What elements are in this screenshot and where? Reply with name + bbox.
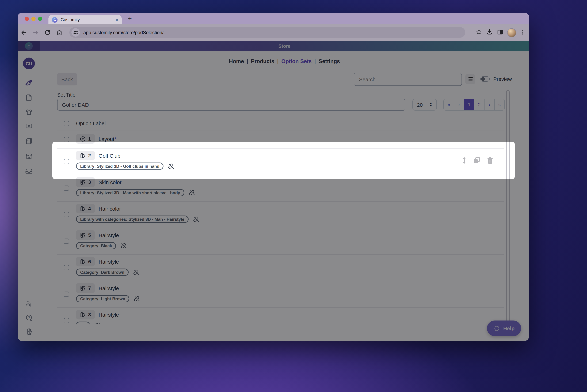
page-viewport: C Store CU: [18, 41, 529, 341]
page-size-select[interactable]: 20 ▲▼: [412, 99, 437, 110]
page-button-2[interactable]: 2: [474, 99, 484, 110]
menu-dots-icon[interactable]: [520, 29, 526, 36]
row-checkbox[interactable]: [64, 212, 69, 217]
nav-separator: |: [244, 58, 251, 64]
pagination: «‹12›»: [443, 99, 505, 110]
pages-icon[interactable]: [25, 138, 33, 145]
site-settings-icon[interactable]: [71, 28, 80, 36]
row-checkbox[interactable]: [64, 159, 69, 164]
back-button[interactable]: Back: [57, 73, 77, 86]
unlink-icon[interactable]: [193, 216, 200, 222]
page-button-«[interactable]: «: [444, 99, 454, 110]
unlink-icon[interactable]: [189, 189, 195, 196]
reload-icon[interactable]: [41, 29, 53, 36]
table-header: Option Label: [57, 118, 504, 130]
set-title-input[interactable]: [57, 99, 405, 110]
search-input[interactable]: [354, 73, 462, 86]
nav-separator: |: [274, 58, 281, 64]
option-label-header: Option Label: [76, 120, 106, 126]
download-icon[interactable]: [486, 28, 493, 37]
bookmark-star-icon[interactable]: [476, 28, 483, 37]
page-button-›[interactable]: ›: [484, 99, 494, 110]
select-caret-icon: ▲▼: [430, 102, 432, 107]
unlink-icon[interactable]: [94, 322, 101, 324]
unlink-icon[interactable]: [134, 296, 141, 302]
option-table: Option Label 1Layout*2Golf ClubLibrary: …: [57, 118, 504, 324]
home-icon[interactable]: [53, 29, 65, 36]
table-row: 7HairstyleCategory: Light Brown: [57, 281, 504, 307]
close-tab-icon[interactable]: ×: [115, 17, 118, 22]
option-title: Hair color: [99, 206, 121, 212]
option-number-chip: 6: [76, 257, 95, 266]
rocket-icon[interactable]: [25, 79, 33, 87]
minimize-window-button[interactable]: [31, 17, 35, 21]
option-number: 6: [88, 259, 91, 264]
unlink-icon[interactable]: [168, 163, 175, 170]
option-source-badge: Category: Light Brown: [76, 295, 129, 302]
nav-link-settings[interactable]: Settings: [319, 58, 340, 64]
browser-tab[interactable]: C Customily ×: [48, 15, 122, 24]
required-asterisk: *: [114, 136, 116, 142]
help-bubble-icon[interactable]: ?: [25, 314, 33, 322]
close-window-button[interactable]: [25, 17, 29, 21]
table-row: 5HairstyleCategory: Black: [57, 228, 504, 254]
chat-bubble-icon: [493, 325, 500, 332]
reorder-icon[interactable]: [462, 157, 467, 164]
unlink-icon[interactable]: [133, 269, 140, 276]
page-button-1[interactable]: 1: [464, 99, 474, 110]
row-checkbox[interactable]: [64, 238, 69, 244]
profile-avatar[interactable]: [507, 28, 516, 37]
app-logo: C: [18, 41, 40, 51]
option-number: 2: [88, 153, 91, 158]
sidebar: CU: [18, 51, 40, 341]
url-bar[interactable]: app.customily.com/store/podSelection/: [69, 27, 465, 38]
browser-toolbar: app.customily.com/store/podSelection/: [18, 24, 529, 41]
row-checkbox[interactable]: [64, 318, 69, 323]
swatch-icon: [80, 285, 86, 291]
row-checkbox[interactable]: [64, 137, 69, 142]
unlink-icon[interactable]: [121, 242, 127, 249]
main-nav: Home|Products|Option Sets|Settings: [40, 58, 529, 64]
option-title: Hairstyle: [99, 312, 119, 318]
delete-icon[interactable]: [487, 157, 493, 164]
page-button-»[interactable]: »: [494, 99, 504, 110]
list-view-button[interactable]: [465, 74, 475, 84]
duplicate-icon[interactable]: [473, 157, 480, 164]
row-checkbox[interactable]: [64, 265, 69, 270]
maximize-window-button[interactable]: [38, 17, 42, 21]
toolbar-right: [476, 24, 526, 41]
nav-link-home[interactable]: Home: [229, 58, 244, 64]
help-button[interactable]: Help: [487, 320, 521, 336]
file-icon[interactable]: [25, 94, 33, 102]
logout-icon[interactable]: [25, 328, 33, 336]
store-icon[interactable]: [25, 152, 33, 160]
row-checkbox[interactable]: [64, 292, 69, 297]
side-panel-icon[interactable]: [497, 28, 504, 37]
account-settings-icon[interactable]: [25, 300, 33, 308]
forward-icon[interactable]: [30, 29, 41, 36]
page-scrollbar[interactable]: [506, 90, 510, 324]
swatch-icon: [80, 258, 86, 264]
sidebar-divider: [19, 75, 37, 75]
preview-toggle[interactable]: [480, 76, 490, 82]
nav-link-option-sets[interactable]: Option Sets: [281, 58, 312, 64]
help-label: Help: [503, 326, 515, 331]
nav-link-products[interactable]: Products: [251, 58, 274, 64]
inbox-icon[interactable]: [25, 167, 33, 175]
back-icon[interactable]: [18, 29, 30, 36]
new-tab-button[interactable]: +: [128, 15, 132, 22]
design-monitor-icon[interactable]: [25, 123, 33, 130]
shirt-icon[interactable]: [25, 108, 33, 116]
circle-caret-icon: [80, 136, 86, 142]
toggle-knob: [481, 77, 485, 81]
option-number-chip: 7: [76, 283, 95, 293]
preview-label: Preview: [493, 73, 512, 86]
option-source-badge: Category: Black: [76, 242, 116, 249]
store-avatar[interactable]: CU: [23, 58, 35, 70]
page-button-‹[interactable]: ‹: [454, 99, 464, 110]
option-number-chip: 2: [76, 151, 95, 160]
option-number-chip: 4: [76, 204, 95, 214]
store-header-bar: Store: [40, 41, 529, 51]
select-all-checkbox[interactable]: [64, 121, 69, 126]
row-checkbox[interactable]: [64, 186, 69, 191]
